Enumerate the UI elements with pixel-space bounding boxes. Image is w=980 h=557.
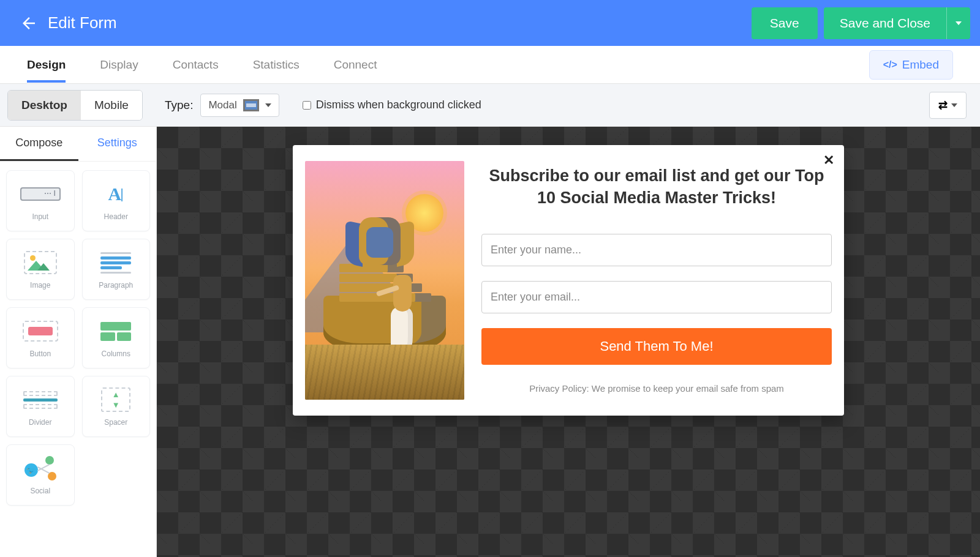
- main-tabs: Design Display Contacts Statistics Conne…: [0, 46, 980, 84]
- component-columns[interactable]: Columns: [82, 307, 151, 368]
- swap-icon: ⇄: [938, 99, 948, 112]
- top-header: Edit Form Save Save and Close: [0, 0, 980, 46]
- save-and-close-button[interactable]: Save and Close: [824, 7, 946, 39]
- components-grid: ⋯ I Input A| Header: [0, 162, 156, 514]
- save-and-close-group: Save and Close: [824, 7, 970, 39]
- component-divider[interactable]: Divider: [6, 376, 75, 437]
- device-desktop-button[interactable]: Desktop: [8, 91, 81, 120]
- sidebar: Compose Settings ⋯ I Input A| Header: [0, 127, 157, 557]
- canvas[interactable]: ✕ Subscribe to our email list and get ou…: [157, 127, 980, 557]
- component-button[interactable]: Button: [6, 307, 75, 368]
- component-label: Divider: [29, 418, 51, 427]
- email-input[interactable]: [481, 281, 832, 313]
- tab-connect[interactable]: Connect: [334, 47, 377, 83]
- image-icon: [19, 249, 62, 276]
- component-label: Button: [29, 350, 51, 358]
- component-header[interactable]: A| Header: [82, 170, 151, 231]
- device-mobile-button[interactable]: Mobile: [81, 91, 142, 120]
- component-input[interactable]: ⋯ I Input: [6, 170, 75, 231]
- page-title: Edit Form: [48, 13, 117, 32]
- component-social[interactable]: 🐦 Social: [6, 444, 75, 506]
- embed-label: Embed: [902, 58, 939, 72]
- type-select[interactable]: Modal: [200, 94, 279, 117]
- button-icon: [19, 318, 62, 345]
- component-label: Header: [104, 212, 128, 221]
- privacy-text[interactable]: Privacy Policy: We promise to keep your …: [481, 383, 832, 394]
- sidebar-tabs: Compose Settings: [0, 127, 156, 162]
- type-value: Modal: [208, 99, 236, 111]
- social-icon: 🐦: [19, 455, 62, 482]
- component-label: Social: [30, 487, 50, 495]
- divider-icon: [19, 386, 62, 413]
- caret-down-icon: [951, 103, 957, 107]
- design-toolbar: Desktop Mobile Type: Modal Dismiss when …: [0, 84, 980, 127]
- save-button[interactable]: Save: [752, 7, 818, 39]
- tab-contacts[interactable]: Contacts: [173, 47, 219, 83]
- main-area: Compose Settings ⋯ I Input A| Header: [0, 127, 980, 557]
- component-label: Input: [32, 212, 48, 221]
- component-image[interactable]: Image: [6, 239, 75, 300]
- form-heading[interactable]: Subscribe to our email list and get our …: [481, 165, 832, 209]
- code-icon: </>: [883, 59, 897, 70]
- embed-button[interactable]: </> Embed: [869, 50, 953, 80]
- tab-display[interactable]: Display: [100, 47, 138, 83]
- close-icon[interactable]: ✕: [823, 152, 834, 168]
- type-label: Type:: [165, 99, 193, 112]
- paragraph-icon: [94, 249, 137, 276]
- sidebar-tab-settings[interactable]: Settings: [78, 127, 157, 161]
- dismiss-checkbox[interactable]: [303, 101, 311, 110]
- component-label: Columns: [102, 350, 130, 358]
- form-modal-preview[interactable]: ✕ Subscribe to our email list and get ou…: [293, 145, 844, 416]
- swap-layout-button[interactable]: ⇄: [929, 92, 967, 119]
- caret-down-icon: [956, 21, 962, 25]
- name-input[interactable]: [481, 234, 832, 266]
- input-icon: ⋯ I: [19, 181, 62, 207]
- submit-button[interactable]: Send Them To Me!: [481, 328, 832, 365]
- save-and-close-dropdown[interactable]: [946, 7, 970, 39]
- component-label: Spacer: [104, 418, 127, 427]
- spacer-icon: ▲ ▼: [94, 386, 137, 413]
- back-arrow-icon[interactable]: [18, 13, 39, 34]
- form-content: Subscribe to our email list and get our …: [481, 161, 832, 400]
- tab-design[interactable]: Design: [27, 47, 66, 83]
- header-icon: A|: [94, 181, 137, 207]
- device-toggle: Desktop Mobile: [7, 90, 143, 121]
- component-label: Image: [30, 281, 50, 290]
- modal-icon: [243, 99, 259, 111]
- component-paragraph[interactable]: Paragraph: [82, 239, 151, 300]
- columns-icon: [94, 318, 137, 345]
- dismiss-checkbox-row[interactable]: Dismiss when background clicked: [303, 99, 481, 111]
- component-spacer[interactable]: ▲ ▼ Spacer: [82, 376, 151, 437]
- tab-statistics[interactable]: Statistics: [253, 47, 300, 83]
- component-label: Paragraph: [99, 281, 133, 290]
- caret-down-icon: [265, 103, 271, 107]
- dismiss-label: Dismiss when background clicked: [316, 99, 481, 111]
- sidebar-tab-compose[interactable]: Compose: [0, 127, 78, 161]
- form-image[interactable]: [305, 161, 464, 400]
